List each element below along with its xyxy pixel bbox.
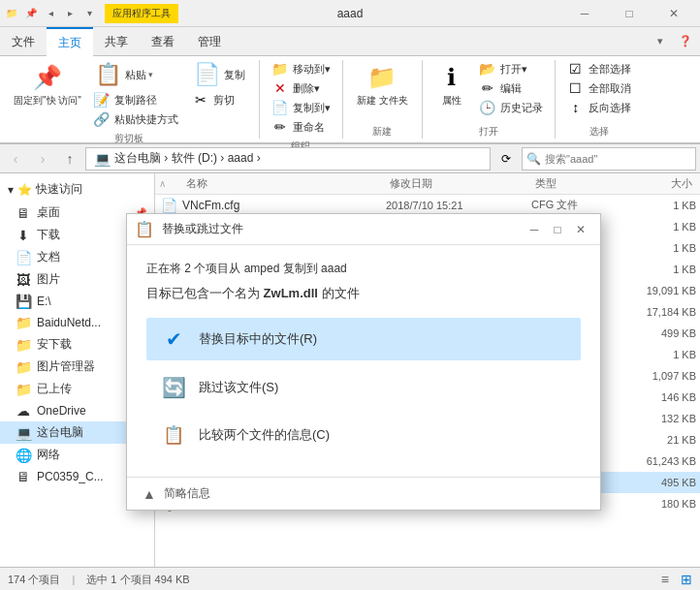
dialog-title: 替换或跳过文件 — [162, 221, 523, 237]
dialog-option-replace[interactable]: ✔ 替换目标中的文件(R) — [146, 318, 581, 360]
footer-text: 简略信息 — [164, 485, 210, 502]
dialog-titlebar: 📋 替换或跳过文件 ─ □ ✕ — [127, 214, 600, 245]
dialog-icon: 📋 — [135, 220, 154, 238]
replace-check-icon: ✔ — [160, 327, 187, 351]
compare-icon: 📋 — [160, 424, 187, 446]
footer-expand-icon: ▲ — [143, 486, 156, 502]
dialog-footer[interactable]: ▲ 简略信息 — [127, 477, 600, 510]
dialog-window-controls: ─ □ ✕ — [523, 218, 592, 241]
dialog-maximize-btn[interactable]: □ — [546, 218, 569, 241]
dialog-copy-info: 正在将 2 个项目从 amped 复制到 aaad — [146, 261, 581, 277]
dialog-option-skip[interactable]: 🔄 跳过该文件(S) — [146, 366, 581, 409]
skip-icon: 🔄 — [160, 376, 187, 399]
dialog-filename: ZwLm.dll — [260, 286, 322, 300]
replace-dialog: 📋 替换或跳过文件 ─ □ ✕ 正在将 2 个项目从 amped 复制到 aaa… — [126, 213, 601, 511]
dialog-overlay: 📋 替换或跳过文件 ─ □ ✕ 正在将 2 个项目从 amped 复制到 aaa… — [0, 0, 700, 590]
replace-option-text: 替换目标中的文件(R) — [199, 330, 317, 348]
dialog-body: 正在将 2 个项目从 amped 复制到 aaad 目标已包含一个名为 ZwLm… — [127, 245, 600, 477]
dialog-close-btn[interactable]: ✕ — [569, 218, 592, 241]
dialog-info-text: 正在将 2 个项目从 amped 复制到 aaad — [146, 262, 347, 275]
dialog-info-bold: 目标已包含一个名为 — [146, 286, 260, 300]
dialog-minimize-btn[interactable]: ─ — [523, 218, 546, 241]
dialog-filename-info: 目标已包含一个名为 ZwLm.dll 的文件 — [146, 285, 581, 302]
skip-option-text: 跳过该文件(S) — [199, 379, 278, 396]
dialog-option-compare[interactable]: 📋 比较两个文件的信息(C) — [146, 415, 581, 455]
dialog-info-end: 的文件 — [322, 286, 360, 300]
compare-option-text: 比较两个文件的信息(C) — [199, 426, 330, 444]
